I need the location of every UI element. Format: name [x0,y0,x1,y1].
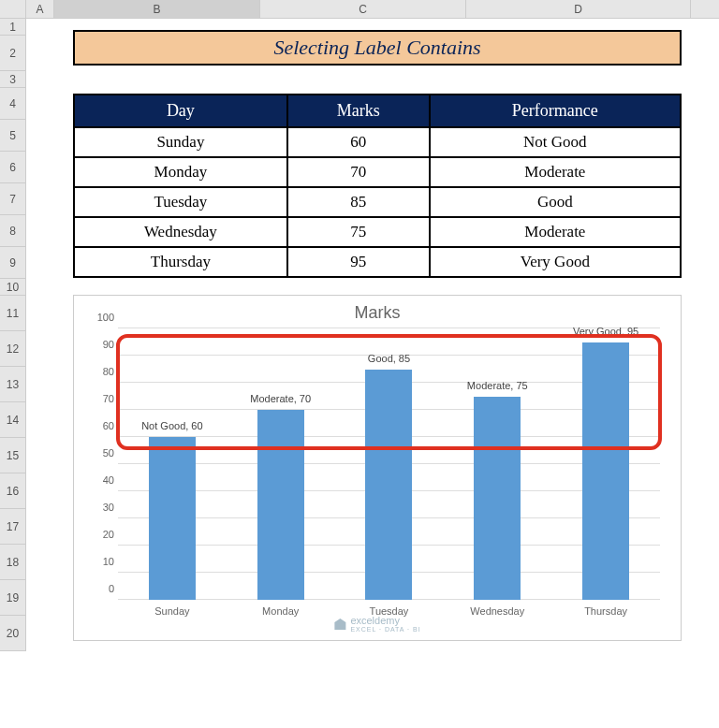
row-header-18[interactable]: 18 [0,545,26,580]
cell-day[interactable]: Sunday [74,127,287,157]
row-header-7[interactable]: 7 [0,183,26,215]
y-tick: 70 [103,393,114,404]
row-header-8[interactable]: 8 [0,215,26,247]
col-header-d[interactable]: D [466,0,691,18]
y-tick: 20 [103,529,114,540]
cell-perf[interactable]: Good [430,187,681,217]
worksheet-grid[interactable]: Selecting Label Contains Day Marks Perfo… [26,19,700,641]
table-row[interactable]: Tuesday85Good [74,187,681,217]
x-label: Thursday [557,605,654,617]
data-label[interactable]: Moderate, 70 [250,393,311,404]
cell-day[interactable]: Thursday [74,247,287,277]
chart-plot-area: 0102030405060708090100 Not Good, 60Moder… [118,328,660,600]
col-header-c[interactable]: C [260,0,466,18]
header-performance[interactable]: Performance [430,95,681,127]
row-header-6[interactable]: 6 [0,152,26,183]
header-marks[interactable]: Marks [287,95,430,127]
cell-marks[interactable]: 95 [287,247,430,277]
bar[interactable]: Very Good, 95 [582,342,629,601]
bar[interactable]: Moderate, 70 [257,410,304,600]
bar[interactable]: Moderate, 75 [474,397,521,601]
bars-group: Not Good, 60Moderate, 70Good, 85Moderate… [118,328,660,600]
row-header-2[interactable]: 2 [0,36,26,71]
cell-day[interactable]: Wednesday [74,217,287,247]
chart-container[interactable]: Marks 0102030405060708090100 Not Good, 6… [73,295,682,641]
chart-title: Marks [85,303,669,323]
y-axis: 0102030405060708090100 [88,328,116,600]
row-header-16[interactable]: 16 [0,473,26,509]
y-tick: 50 [103,447,114,459]
cell-perf[interactable]: Moderate [430,217,681,247]
bar-wrap: Very Good, 95 [557,342,654,601]
svg-rect-0 [334,622,345,630]
watermark-icon [333,618,346,631]
cell-day[interactable]: Monday [74,157,287,187]
row-header-4[interactable]: 4 [0,88,26,120]
row-header-13[interactable]: 13 [0,367,26,402]
row-header-1[interactable]: 1 [0,19,26,36]
y-tick: 100 [97,312,114,323]
row-header-11[interactable]: 11 [0,296,26,331]
cell-marks[interactable]: 70 [287,157,430,187]
table-row[interactable]: Monday70Moderate [74,157,681,187]
bar-wrap: Moderate, 75 [448,397,546,601]
row-header-20[interactable]: 20 [0,616,26,651]
column-headers: A B C D [0,0,719,19]
y-tick: 0 [109,583,114,594]
x-label: Wednesday [448,605,546,617]
y-tick: 60 [103,420,114,431]
select-all-corner[interactable] [0,0,26,18]
cell-marks[interactable]: 75 [287,217,430,247]
row-header-19[interactable]: 19 [0,580,26,616]
data-label[interactable]: Not Good, 60 [141,420,202,431]
table-row[interactable]: Wednesday75Moderate [74,217,681,247]
row-header-9[interactable]: 9 [0,247,26,279]
table-row[interactable]: Sunday60Not Good [74,127,681,157]
page-title: Selecting Label Contains [73,30,682,66]
row-header-12[interactable]: 12 [0,331,26,367]
row-header-10[interactable]: 10 [0,279,26,296]
row-headers: 1234567891011121314151617181920 [0,19,26,651]
cell-perf[interactable]: Not Good [430,127,681,157]
y-tick: 80 [103,366,114,377]
data-label[interactable]: Good, 85 [368,353,410,364]
table-header-row: Day Marks Performance [74,95,681,127]
data-label[interactable]: Moderate, 75 [467,380,528,391]
row-header-15[interactable]: 15 [0,438,26,473]
svg-marker-1 [334,619,345,622]
row-header-14[interactable]: 14 [0,402,26,438]
col-header-a[interactable]: A [26,0,54,18]
y-tick: 40 [103,474,114,486]
x-label: Sunday [124,605,221,617]
y-tick: 10 [103,556,114,567]
cell-day[interactable]: Tuesday [74,187,287,217]
cell-marks[interactable]: 85 [287,187,430,217]
bar-wrap: Not Good, 60 [124,437,221,600]
data-label[interactable]: Very Good, 95 [573,326,638,337]
row-header-5[interactable]: 5 [0,120,26,152]
watermark: exceldemy EXCEL · DATA · BI [333,615,420,633]
bar-wrap: Moderate, 70 [232,410,330,600]
bar-wrap: Good, 85 [340,370,437,601]
bar[interactable]: Good, 85 [365,370,412,601]
header-day[interactable]: Day [74,95,287,127]
cell-perf[interactable]: Very Good [430,247,681,277]
y-tick: 90 [103,339,114,350]
bar[interactable]: Not Good, 60 [149,437,196,600]
x-label: Monday [232,605,330,617]
row-header-17[interactable]: 17 [0,509,26,545]
table-row[interactable]: Thursday95Very Good [74,247,681,277]
col-header-b[interactable]: B [54,0,260,18]
row-header-3[interactable]: 3 [0,71,26,88]
y-tick: 30 [103,502,114,513]
cell-marks[interactable]: 60 [287,127,430,157]
data-table: Day Marks Performance Sunday60Not GoodMo… [73,94,682,278]
cell-perf[interactable]: Moderate [430,157,681,187]
